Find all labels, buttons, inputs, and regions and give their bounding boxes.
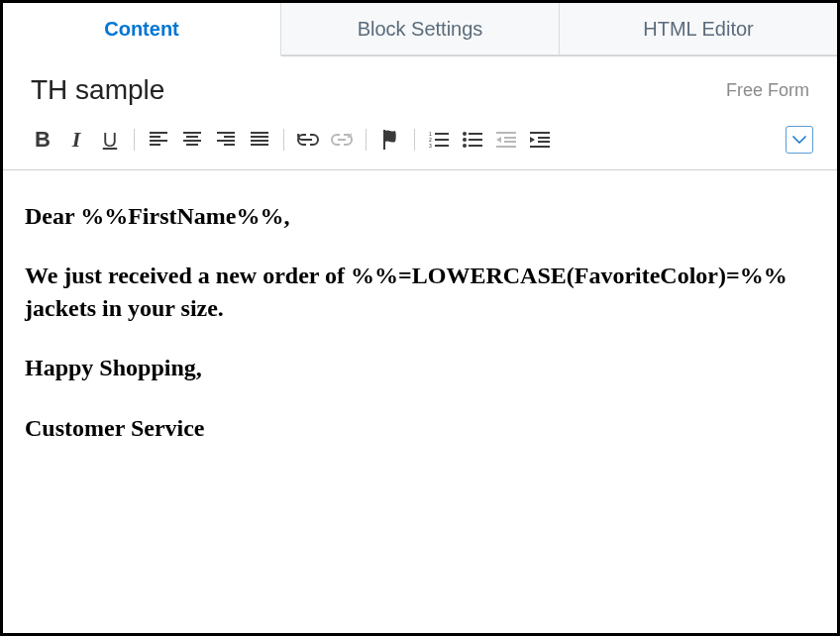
flag-button[interactable] bbox=[374, 124, 406, 156]
ordered-list-button[interactable]: 123 bbox=[423, 124, 455, 156]
svg-point-3 bbox=[463, 132, 467, 136]
content-paragraph: Dear %%FirstName%%, bbox=[25, 200, 815, 232]
tab-html-editor[interactable]: HTML Editor bbox=[560, 3, 837, 55]
svg-point-5 bbox=[463, 144, 467, 148]
content-paragraph: Happy Shopping, bbox=[25, 352, 815, 383]
content-paragraph: Customer Service bbox=[25, 412, 815, 444]
align-center-button[interactable] bbox=[176, 124, 208, 156]
bold-icon: B bbox=[35, 127, 51, 153]
svg-point-4 bbox=[463, 138, 467, 142]
italic-button[interactable]: I bbox=[60, 124, 92, 156]
title-row: TH sample Free Form bbox=[3, 56, 837, 116]
ordered-list-icon: 123 bbox=[429, 132, 449, 148]
align-left-icon bbox=[150, 132, 167, 148]
outdent-icon bbox=[496, 132, 516, 148]
more-options-button[interactable] bbox=[786, 126, 813, 154]
content-paragraph: We just received a new order of %%=LOWER… bbox=[25, 260, 815, 324]
bold-button[interactable]: B bbox=[27, 124, 58, 156]
tab-block-settings[interactable]: Block Settings bbox=[281, 3, 560, 55]
align-right-button[interactable] bbox=[210, 124, 242, 156]
outdent-button[interactable] bbox=[490, 124, 522, 156]
unordered-list-button[interactable] bbox=[457, 124, 488, 156]
italic-icon: I bbox=[72, 127, 81, 153]
align-left-button[interactable] bbox=[143, 124, 174, 156]
document-title: TH sample bbox=[31, 74, 164, 106]
toolbar-separator bbox=[414, 129, 415, 151]
chevron-down-icon bbox=[792, 135, 806, 145]
unlink-button[interactable] bbox=[326, 124, 358, 156]
tab-bar: Content Block Settings HTML Editor bbox=[3, 3, 837, 56]
form-type-label: Free Form bbox=[726, 80, 809, 101]
align-justify-button[interactable] bbox=[244, 124, 275, 156]
align-center-icon bbox=[183, 132, 201, 148]
editor-content[interactable]: Dear %%FirstName%%, We just received a n… bbox=[3, 170, 837, 501]
align-justify-icon bbox=[251, 132, 268, 148]
svg-text:3: 3 bbox=[429, 143, 432, 148]
unlink-icon bbox=[331, 133, 353, 147]
toolbar-separator bbox=[366, 129, 367, 151]
link-icon bbox=[297, 134, 319, 146]
formatting-toolbar: B I U 123 bbox=[3, 116, 837, 170]
toolbar-separator bbox=[134, 129, 135, 151]
link-button[interactable] bbox=[292, 124, 324, 156]
indent-icon bbox=[530, 132, 550, 148]
flag-icon bbox=[381, 130, 399, 150]
unordered-list-icon bbox=[463, 132, 482, 148]
align-right-icon bbox=[217, 132, 235, 148]
underline-button[interactable]: U bbox=[94, 124, 126, 156]
tab-content[interactable]: Content bbox=[3, 3, 281, 56]
toolbar-separator bbox=[283, 129, 284, 151]
indent-button[interactable] bbox=[524, 124, 556, 156]
underline-icon: U bbox=[103, 129, 117, 152]
